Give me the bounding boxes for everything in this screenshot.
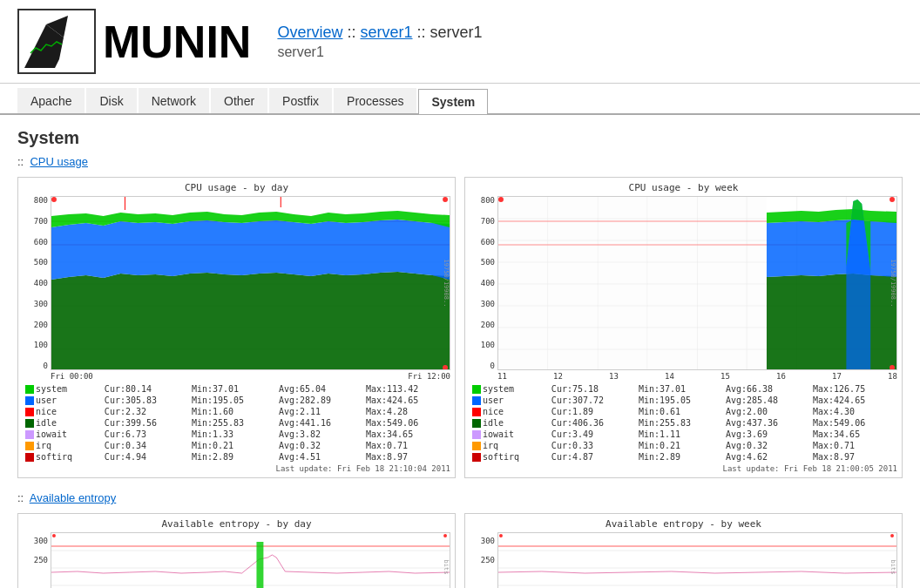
cpu-day-svg: [51, 197, 450, 370]
legend-max: 8.97: [834, 452, 855, 462]
current-page: server1: [430, 24, 483, 41]
entropy-day-title: Available entropy - by day: [23, 518, 450, 530]
legend-label: softirq: [36, 452, 72, 462]
x-tick: 16: [776, 372, 786, 381]
legend-cur: 305.83: [125, 395, 157, 405]
legend-avg: 65.04: [300, 384, 326, 394]
y-label: 700: [34, 217, 48, 226]
legend-max: 549.06: [387, 418, 418, 428]
entropy-link[interactable]: Available entropy: [30, 491, 117, 504]
tab-disk[interactable]: Disk: [86, 88, 136, 113]
cpu-day-last-update: Last update: Fri Feb 18 21:10:04 2011: [23, 464, 450, 473]
cpu-week-chart: CPU usage - by week 800 700 600 500 400 …: [464, 177, 903, 478]
entropy-week-chart: Available entropy - by week 300 250: [464, 513, 903, 588]
tab-postfix[interactable]: Postfix: [269, 88, 332, 113]
legend-avg: 282.89: [300, 395, 331, 405]
legend-avg: 3.69: [747, 429, 768, 439]
tab-apache[interactable]: Apache: [17, 88, 85, 113]
y-label: 400: [481, 279, 495, 287]
legend-min: 1.60: [213, 407, 233, 416]
page-content: System :: CPU usage CPU usage - by day 8…: [0, 115, 920, 588]
legend-cur: 399.56: [125, 418, 157, 428]
logo-text: MUNIN: [103, 19, 251, 64]
cpu-day-legend: system Cur:80.14 Min:37.01 Avg:65.04 Max…: [23, 383, 450, 463]
legend-avg: 4.62: [747, 452, 768, 462]
legend-label: iowait: [483, 429, 514, 439]
legend-min: 0.21: [213, 441, 233, 450]
y-label: 250: [34, 556, 48, 564]
legend-avg: 0.32: [747, 441, 768, 450]
legend-min: 195.05: [213, 395, 244, 405]
legend-label: softirq: [483, 452, 519, 462]
legend-avg: 0.32: [300, 441, 321, 450]
legend-cur: 406.36: [572, 418, 604, 428]
nav-tabs: Apache Disk Network Other Postfix Proces…: [0, 88, 920, 115]
legend-cur: 6.73: [125, 429, 146, 439]
entropy-week-side-label: bits: [890, 560, 896, 575]
legend-label: idle: [36, 418, 57, 428]
legend-max: 34.65: [834, 429, 860, 439]
legend-max: 424.65: [387, 395, 418, 405]
svg-rect-36: [498, 197, 767, 370]
sep1: ::: [347, 24, 360, 41]
tab-processes[interactable]: Processes: [334, 88, 416, 113]
cpu-section-header: :: CPU usage: [17, 155, 903, 168]
x-tick: 17: [832, 372, 842, 381]
cpu-week-last-update: Last update: Fri Feb 18 21:00:05 2011: [470, 464, 897, 473]
legend-max: 4.28: [387, 407, 408, 416]
y-label: 300: [481, 300, 495, 308]
legend-max: 4.30: [834, 407, 855, 416]
legend-label: irq: [483, 441, 498, 450]
legend-avg: 2.11: [300, 407, 321, 416]
legend-avg: 437.36: [747, 418, 778, 428]
header: MUNIN Overview :: server1 :: server1 ser…: [0, 0, 920, 84]
tab-other[interactable]: Other: [211, 88, 267, 113]
legend-avg: 441.16: [300, 418, 331, 428]
legend-label: nice: [36, 407, 57, 416]
x-tick: 12: [553, 372, 563, 381]
entropy-week-title: Available entropy - by week: [470, 518, 897, 530]
legend-min: 37.01: [213, 384, 239, 394]
legend-label: system: [483, 384, 514, 394]
cpu-charts-row: CPU usage - by day 800 700 600 500 400 3…: [17, 177, 903, 478]
legend-cur: 1.89: [572, 407, 593, 416]
legend-label: irq: [36, 441, 51, 450]
legend-max: 8.97: [387, 452, 408, 462]
x-tick: 18: [888, 372, 897, 381]
svg-marker-12: [51, 272, 450, 370]
entropy-day-chart: Available entropy - by day 300 250: [17, 513, 456, 588]
legend-max: 549.06: [834, 418, 865, 428]
cpu-link-prefix: ::: [17, 155, 27, 168]
legend-max: 113.42: [387, 384, 418, 394]
legend-max: 126.75: [834, 384, 865, 394]
y-label: 250: [481, 556, 495, 564]
legend-avg: 4.51: [300, 452, 321, 462]
legend-min: 2.89: [213, 452, 233, 462]
legend-cur: 307.72: [572, 395, 604, 405]
svg-marker-2: [24, 59, 59, 68]
legend-avg: 2.00: [747, 407, 768, 416]
tab-network[interactable]: Network: [139, 88, 209, 113]
legend-cur: 2.32: [125, 407, 146, 416]
server1-link[interactable]: server1: [360, 24, 412, 41]
legend-avg: 285.48: [747, 395, 778, 405]
cpu-usage-link[interactable]: CPU usage: [30, 155, 87, 168]
legend-min: 195.05: [660, 395, 691, 405]
legend-max: 0.71: [387, 441, 408, 450]
svg-rect-49: [256, 542, 263, 588]
cpu-week-legend: system Cur:75.18 Min:37.01 Avg:66.38 Max…: [470, 383, 897, 463]
y-label: 300: [34, 537, 48, 545]
breadcrumb: Overview :: server1 :: server1: [277, 24, 482, 42]
legend-label: nice: [483, 407, 504, 416]
entropy-link-prefix: ::: [17, 491, 27, 504]
legend-min: 0.21: [660, 441, 680, 450]
x-tick: 15: [720, 372, 730, 381]
legend-avg: 3.82: [300, 429, 321, 439]
overview-link[interactable]: Overview: [277, 24, 342, 41]
y-label: 0: [490, 362, 495, 370]
x-tick: 13: [609, 372, 619, 381]
tab-system[interactable]: System: [418, 89, 488, 114]
cpu-day-side-label: 19750/19908..: [443, 260, 450, 308]
cpu-day-chart: CPU usage - by day 800 700 600 500 400 3…: [17, 177, 456, 478]
svg-point-57: [499, 534, 503, 537]
